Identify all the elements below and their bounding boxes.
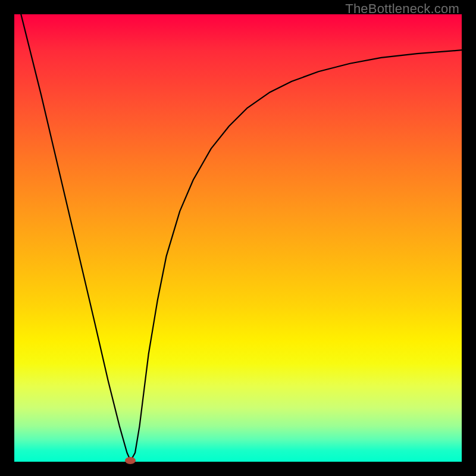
- chart-plot-area: [14, 14, 462, 462]
- chart-curve-path: [21, 14, 462, 461]
- watermark-text: TheBottleneck.com: [345, 1, 459, 17]
- chart-curve-svg: [14, 14, 462, 462]
- chart-min-marker: [125, 457, 136, 464]
